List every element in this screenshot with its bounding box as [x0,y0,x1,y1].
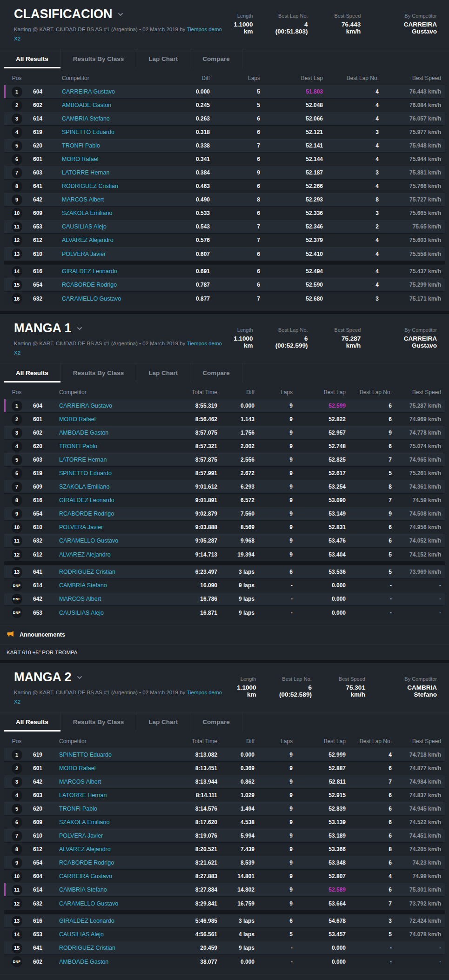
competitor-link[interactable]: AMBOADE Gaston [59,959,108,965]
tab-compare[interactable]: Compare [190,712,242,732]
competitor-link[interactable]: POLVERA Javier [62,251,106,257]
competitor-link[interactable]: POLVERA Javier [59,832,103,839]
result-row[interactable]: DNF614CAMBRIA Stefano16.0909 laps-0.000-… [4,579,445,592]
competitor-link[interactable]: RODRIGUEZ Cristian [62,183,118,189]
result-row[interactable]: 1619SPINETTO Eduardo8:13.0820.000952.999… [4,748,445,762]
competitor-link[interactable]: RCABORDE Rodrigo [62,282,117,288]
result-row[interactable]: DNF653CAUSILIAS Alejo16.8719 laps-0.000-… [4,606,445,619]
result-row[interactable]: 14653CAUSILIAS Alejo4:56.5614 laps553.45… [4,928,445,941]
result-row[interactable]: 5620TRONFI Pablo0.338752.141475.948 km/h [4,139,445,153]
result-row[interactable]: 12632CARAMELLO Gustavo8:29.84116.759953.… [4,897,445,910]
result-row[interactable]: 10610POLVERA Javier9:03.8888.569952.8316… [4,521,445,534]
competitor-link[interactable]: CAMBRIA Stefano [59,886,107,893]
session-selector[interactable]: CLASIFICACION [14,7,224,21]
result-row[interactable]: 9654RCABORDE Rodrigo8:21.6218.539953.348… [4,856,445,870]
result-row[interactable]: 6609SZAKOLA Emiliano8:17.6204.538953.139… [4,816,445,829]
result-row[interactable]: 4620TRONFI Pablo8:57.3212.002952.748675.… [4,440,445,453]
result-row[interactable]: 11653CAUSILIAS Alejo0.543752.346275.65 k… [4,220,445,234]
competitor-link[interactable]: TRONFI Pablo [59,443,97,450]
competitor-link[interactable]: MORO Rafael [62,156,99,162]
tab-lap-chart[interactable]: Lap Chart [136,363,190,383]
competitor-link[interactable]: GIRALDEZ Leonardo [62,268,117,275]
competitor-link[interactable]: CAUSILIAS Alejo [59,931,104,938]
tab-all-results[interactable]: All Results [4,49,61,68]
result-row[interactable]: 11614CAMBRIA Stefano8:27.88414.802952.58… [4,883,445,897]
result-row[interactable]: 1604CARREIRA Gustavo0.000551.803476.443 … [4,85,445,99]
competitor-link[interactable]: CARREIRA Gustavo [62,88,115,95]
competitor-link[interactable]: AMBOADE Gaston [62,102,111,108]
result-row[interactable]: 4619SPINETTO Eduardo0.318652.121375.977 … [4,126,445,139]
competitor-link[interactable]: LATORRE Hernan [59,456,107,463]
tab-compare[interactable]: Compare [190,49,242,68]
competitor-link[interactable]: CARREIRA Gustavo [59,403,112,409]
result-row[interactable]: 4603LATORRE Hernan8:14.1111.029952.91567… [4,789,445,802]
competitor-link[interactable]: ALVAREZ Alejandro [59,551,111,558]
result-row[interactable]: 14616GIRALDEZ Leonardo0.691652.494475.43… [4,265,445,278]
tab-results-by-class[interactable]: Results By Class [61,363,137,383]
competitor-link[interactable]: MORO Rafael [59,416,96,423]
competitor-link[interactable]: LATORRE Hernan [62,169,109,176]
result-row[interactable]: 2601MORO Rafael8:13.4510.369952.887674.8… [4,762,445,775]
result-row[interactable]: 3602AMBOADE Gaston8:57.0751.756952.95797… [4,426,445,440]
result-row[interactable]: 9654RCABORDE Rodrigo9:02.8797.560953.149… [4,507,445,521]
result-row[interactable]: 3642MARCOS Albert8:13.9440.862952.811774… [4,775,445,789]
result-row[interactable]: 15654RCABORDE Rodrigo0.787652.590475.299… [4,278,445,292]
result-row[interactable]: 7603LATORRE Hernan0.384952.187375.881 km… [4,166,445,180]
result-row[interactable]: 12612ALVAREZ Alejandro0.576752.379475.60… [4,234,445,247]
competitor-link[interactable]: CAMBRIA Stefano [62,115,110,122]
tab-lap-chart[interactable]: Lap Chart [136,712,190,732]
result-row[interactable]: 1604CARREIRA Gustavo8:55.3190.000952.599… [4,399,445,413]
result-row[interactable]: 7609SZAKOLA Emiliano9:01.6126.293953.254… [4,480,445,494]
competitor-link[interactable]: SPINETTO Eduardo [62,129,114,135]
result-row[interactable]: 11632CARAMELLO Gustavo9:05.2879.968953.4… [4,534,445,548]
result-row[interactable]: 8612ALVAREZ Alejandro8:20.5217.439953.36… [4,843,445,856]
result-row[interactable]: 15641RODRIGUEZ Cristian20.4599 laps-0.00… [4,941,445,955]
result-row[interactable]: 6619SPINETTO Eduardo8:57.9912.672952.617… [4,467,445,480]
result-row[interactable]: 2602AMBOADE Gaston0.245552.048476.084 km… [4,99,445,112]
competitor-link[interactable]: MARCOS Albert [59,596,101,602]
competitor-link[interactable]: CARAMELLO Gustavo [59,900,118,907]
tab-all-results[interactable]: All Results [4,363,61,383]
result-row[interactable]: 13610POLVERA Javier0.607652.410475.558 k… [4,247,445,261]
competitor-link[interactable]: SPINETTO Eduardo [59,470,112,477]
result-row[interactable]: 6601MORO Rafael0.341652.144475.944 km/h [4,153,445,166]
tab-results-by-class[interactable]: Results By Class [61,49,137,68]
tab-all-results[interactable]: All Results [4,712,61,732]
competitor-link[interactable]: SPINETTO Eduardo [59,752,112,758]
result-row[interactable]: 10609SZAKOLA Emiliano0.533652.336375.665… [4,207,445,220]
result-row[interactable]: 3614CAMBRIA Stefano0.263652.066476.057 k… [4,112,445,126]
competitor-link[interactable]: GIRALDEZ Leonardo [59,918,114,924]
competitor-link[interactable]: CAMBRIA Stefano [59,582,107,589]
result-row[interactable]: 13616GIRALDEZ Leonardo5:46.9853 laps654.… [4,914,445,928]
competitor-link[interactable]: RODRIGUEZ Cristian [59,945,115,951]
result-row[interactable]: 12612ALVAREZ Alejandro9:14.71319.394953.… [4,548,445,561]
competitor-link[interactable]: SZAKOLA Emiliano [62,210,112,216]
result-row[interactable]: 13641RODRIGUEZ Cristian6:23.4973 laps653… [4,565,445,579]
competitor-link[interactable]: LATORRE Hernan [59,792,107,799]
result-row[interactable]: 8616GIRALDEZ Leonardo9:01.8916.572953.09… [4,494,445,507]
chevron-down-icon[interactable] [76,325,83,334]
competitor-link[interactable]: TRONFI Pablo [62,142,100,149]
competitor-link[interactable]: CARAMELLO Gustavo [59,537,118,544]
competitor-link[interactable]: CAUSILIAS Alejo [59,610,104,616]
tab-lap-chart[interactable]: Lap Chart [136,49,190,68]
tab-results-by-class[interactable]: Results By Class [61,712,137,732]
competitor-link[interactable]: GIRALDEZ Leonardo [59,497,114,503]
chevron-down-icon[interactable] [76,674,83,683]
result-row[interactable]: DNF642MARCOS Albert16.7869 laps-0.000-- [4,592,445,606]
competitor-link[interactable]: SZAKOLA Emiliano [59,819,109,826]
competitor-link[interactable]: SZAKOLA Emiliano [59,483,109,490]
competitor-link[interactable]: TRONFI Pablo [59,805,97,812]
session-selector[interactable]: MANGA 2 [14,671,227,685]
result-row[interactable]: 5620TRONFI Pablo8:14.5761.494952.839674.… [4,802,445,816]
competitor-link[interactable]: RCABORDE Rodrigo [59,859,114,866]
competitor-link[interactable]: CARAMELLO Gustavo [62,295,121,302]
competitor-link[interactable]: MORO Rafael [59,765,96,772]
result-row[interactable]: 2601MORO Rafael8:56.4621.143952.822674.9… [4,413,445,426]
result-row[interactable]: 7610POLVERA Javier8:19.0765.994953.18967… [4,829,445,843]
competitor-link[interactable]: ALVAREZ Alejandro [62,237,114,243]
competitor-link[interactable]: CAUSILIAS Alejo [62,223,107,230]
chevron-down-icon[interactable] [117,11,124,20]
result-row[interactable]: DNF602AMBOADE Gaston38.0770.000-0.000-- [4,955,445,968]
competitor-link[interactable]: MARCOS Albert [59,779,101,785]
